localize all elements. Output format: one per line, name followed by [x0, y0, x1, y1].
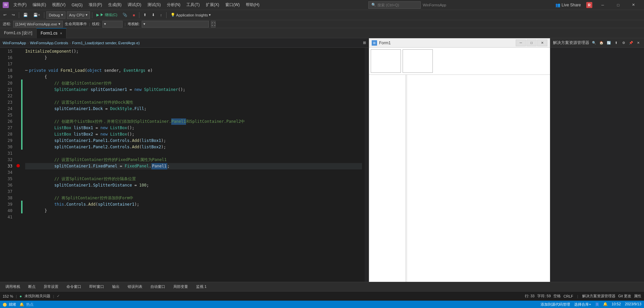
run-button[interactable]: ▶ ▶ 继续(C) — [94, 11, 119, 19]
expand-button[interactable]: ⛶ — [211, 21, 216, 28]
stop-button[interactable]: ■ — [131, 11, 137, 19]
menu-bar: 文件(F) 编辑(E) 视图(V) Git(G) 项目(P) 生成(B) 调试(… — [11, 1, 262, 8]
code-line-31 — [25, 150, 362, 157]
undo-button[interactable]: ↩ — [1, 11, 8, 19]
status-bar: ⬤ 就绪 🔔 热点 添加到源代码管理 选择合库+ 英 🔔 10:52 2023/… — [0, 301, 644, 308]
code-line-15: InitializeComponent(); — [25, 48, 362, 55]
form1-minimize-btn[interactable]: ─ — [516, 40, 526, 46]
sol-collapse-btn[interactable]: ⬆ — [613, 40, 619, 46]
step-out-button[interactable]: ↑ — [158, 11, 164, 19]
code-container[interactable]: 15 16 17 18 19 20 21 22 23 24 25 26 27 2… — [0, 48, 369, 282]
sol-pin-btn[interactable]: 📌 — [628, 40, 634, 46]
account-icon[interactable]: R — [586, 2, 592, 8]
run-icon: ▶ — [96, 13, 99, 17]
breadcrumb-file: WinFormsApp — [3, 41, 26, 45]
menu-tools[interactable]: 工具(T) — [184, 1, 202, 8]
process-name: [1344] WinFormsApp.exe — [15, 22, 57, 26]
form1-main-area — [369, 75, 550, 282]
toolbar-sep-3 — [92, 12, 92, 18]
cpu-dropdown-arrow: ▾ — [86, 13, 88, 17]
form1-close-btn[interactable]: ✕ — [537, 40, 547, 46]
sol-refresh-btn[interactable]: 🔄 — [606, 40, 612, 46]
sol-search-btn[interactable]: 🔍 — [591, 40, 597, 46]
add-source-btn[interactable]: 添加到源代码管理 — [541, 302, 570, 307]
fold-button-18[interactable]: ─ — [25, 67, 28, 74]
menu-debug[interactable]: 调试(D) — [125, 1, 144, 8]
stackframe-dropdown[interactable]: ▾ — [142, 21, 209, 28]
solution-explorer-link[interactable]: 解决方案资源管理器 — [582, 294, 615, 299]
debug-status-icon: ⬤ — [3, 302, 7, 307]
solution-explorer-title: 解决方案资源管理器 — [553, 40, 589, 46]
code-line-20: // 创建SplitContainer控件 — [25, 80, 362, 87]
bottom-tab-errors[interactable]: 错误列表 — [125, 284, 145, 290]
code-line-41 — [25, 214, 362, 220]
sep-thread: | — [125, 22, 126, 26]
solution-tree[interactable] — [550, 48, 644, 282]
close-button[interactable]: ✕ — [626, 0, 641, 10]
bottom-tab-output[interactable]: 输出 — [109, 284, 122, 290]
maximize-button[interactable]: □ — [610, 0, 626, 10]
code-line-19: { — [25, 74, 362, 80]
bottom-tab-exceptions[interactable]: 异常设置 — [41, 284, 61, 290]
live-share-icon: 👥 — [555, 3, 560, 7]
debug-config-dropdown[interactable]: Debug ▾ — [46, 11, 65, 19]
global-search-bar[interactable]: 🔍 — [368, 1, 421, 9]
save-all-button[interactable]: 💾+ — [31, 11, 42, 19]
menu-project[interactable]: 项目(P) — [86, 1, 105, 8]
bottom-tab-immediate[interactable]: 即时窗口 — [87, 284, 107, 290]
menu-file[interactable]: 文件(F) — [11, 1, 29, 8]
menu-git[interactable]: Git(G) — [69, 2, 85, 8]
encoding-indicator: CRLF — [563, 294, 573, 298]
code-content[interactable]: InitializeComponent(); } ─ private void … — [22, 48, 365, 282]
editor-breadcrumb: WinFormsApp › WinFormsApp.Controls › For… — [0, 38, 369, 48]
cpu-dropdown[interactable]: Any CPU ▾ — [67, 11, 90, 19]
search-icon: 🔍 — [371, 3, 376, 7]
menu-build[interactable]: 生成(B) — [105, 1, 124, 8]
tab-form1-design[interactable]: Form1.cs [设计] — [0, 28, 37, 38]
menu-analyze[interactable]: 分析(N) — [164, 1, 183, 8]
editor-scrollbar[interactable] — [365, 48, 369, 282]
code-line-28: ListBox listBox2 = new ListBox(); — [25, 131, 362, 138]
bottom-tab-locals[interactable]: 局部变量 — [171, 284, 191, 290]
attach-button[interactable]: 📎 — [121, 11, 129, 19]
save-button[interactable]: 💾 — [21, 11, 30, 19]
bottom-tab-callstack[interactable]: 调用堆栈 — [3, 284, 23, 290]
tab-close-button[interactable]: × — [60, 32, 62, 35]
app-insights-btn[interactable]: 💡 Application Insights ▾ — [169, 11, 213, 19]
redo-button[interactable]: ↪ — [10, 11, 17, 19]
select-repo-btn[interactable]: 选择合库+ — [574, 302, 591, 307]
status-text: 就绪 — [9, 302, 16, 307]
step-over-button[interactable]: ⬆ — [141, 11, 148, 19]
space-indicator: 空格 — [553, 294, 561, 299]
form1-maximize-btn[interactable]: □ — [526, 40, 537, 46]
form1-panel2 — [403, 49, 433, 73]
process-dropdown[interactable]: [1344] WinFormsApp.exe ▾ — [13, 21, 63, 28]
git-changes-link[interactable]: Git 更改 — [618, 294, 631, 299]
menu-extend[interactable]: 扩展(X) — [203, 1, 222, 8]
tab-form1-cs[interactable]: Form1.cs × — [37, 28, 66, 38]
menu-edit[interactable]: 编辑(E) — [30, 1, 49, 8]
live-share-button[interactable]: 👥 Live Share — [553, 0, 584, 10]
sol-close-btn[interactable]: ✕ — [635, 40, 641, 46]
minimize-button[interactable]: ─ — [595, 0, 610, 10]
global-search-input[interactable] — [377, 3, 418, 7]
properties-link[interactable]: 属性 — [634, 294, 641, 299]
code-line-30: splitContainer1.Panel2.Controls.Add(list… — [25, 144, 362, 150]
step-into-button[interactable]: ⬇ — [150, 11, 157, 19]
bottom-tab-auto[interactable]: 自动窗口 — [148, 284, 168, 290]
bottom-tab-command[interactable]: 命令窗口 — [64, 284, 84, 290]
code-line-29: splitContainer1.Panel1.Controls.Add(list… — [25, 138, 362, 144]
thread-dropdown[interactable]: ▾ — [102, 21, 123, 28]
menu-help[interactable]: 帮助(H) — [243, 1, 262, 8]
menu-window[interactable]: 窗口(W) — [223, 1, 242, 8]
bottom-tab-watch[interactable]: 监视 1 — [193, 284, 209, 290]
sol-settings-btn[interactable]: ⚙ — [620, 40, 627, 46]
bottom-tab-breakpoints[interactable]: 断点 — [26, 284, 38, 290]
menu-test[interactable]: 测试(S) — [145, 1, 164, 8]
thread-label: 线程: — [92, 21, 100, 27]
menu-view[interactable]: 视图(V) — [49, 1, 68, 8]
form1-title-text: Form1 — [379, 41, 391, 45]
col-indicator: 字符: 59 — [537, 294, 551, 299]
split-editor-icon[interactable]: ⊞ — [363, 41, 366, 45]
sol-home-btn[interactable]: 🏠 — [598, 40, 604, 46]
